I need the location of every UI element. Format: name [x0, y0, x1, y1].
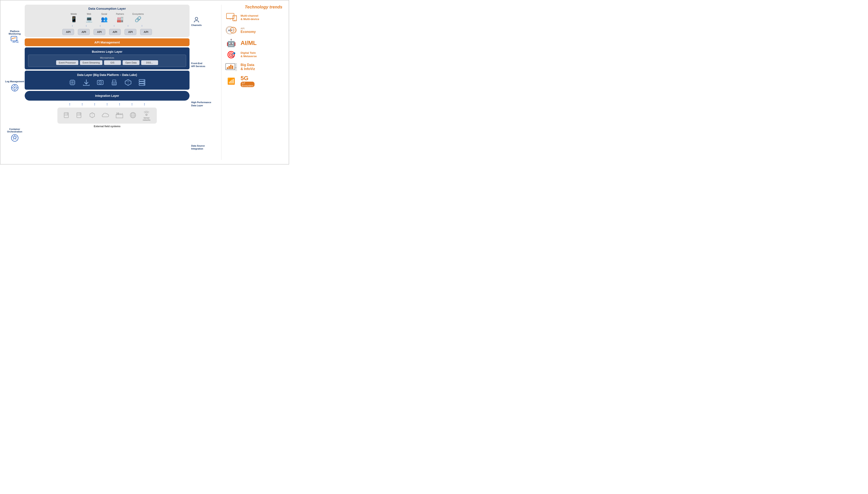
api-box-3: API — [93, 29, 105, 35]
api-box-6: API — [140, 29, 152, 35]
svg-point-51 — [80, 113, 80, 114]
ext-arrow-5: ↕ — [118, 102, 121, 106]
ms-gis: GIS — [104, 60, 121, 65]
api-box-1: API — [62, 29, 74, 35]
ext-arrow-6: ↕ — [131, 102, 133, 106]
sensor-networks: Sensornetworks — [143, 110, 150, 121]
data-layer: Data Layer (Big Data Platform – Data Lak… — [25, 71, 189, 90]
data-icon-download — [82, 79, 90, 87]
arrow-6: ↕ — [142, 24, 143, 27]
microservices-label: Microservices — [30, 57, 184, 59]
tech-trends-panel: Technology trends Multi-channel& Multi-d… — [221, 5, 284, 160]
external-arrows: ↕ ↕ ↕ ↕ ↕ ↕ ↕ — [69, 102, 145, 106]
data-icon-package — [124, 79, 132, 87]
consumption-layer-title: Data Consumption Layer — [88, 7, 126, 10]
svg-point-47 — [67, 114, 68, 115]
api-arrows: ↕ ↕ ↕ ↕ ↕ ↕ — [72, 24, 143, 27]
external-section: ↕ ↕ ↕ ↕ ↕ ↕ ↕ — [25, 102, 189, 128]
partners-icon: 🏭 — [117, 16, 124, 23]
svg-point-69 — [195, 17, 198, 20]
svg-rect-77 — [234, 20, 235, 21]
svg-point-46 — [67, 113, 68, 114]
svg-point-7 — [14, 87, 15, 88]
high-performance-label: High PerformanceData Layer — [191, 101, 211, 107]
arrow-5: ↕ — [127, 24, 129, 27]
business-logic-layer: Business Logic Layer Microservices Event… — [25, 48, 189, 70]
big-data-icon — [224, 62, 239, 72]
ext-icon-globe — [130, 112, 136, 119]
data-layer-title: Data Layer (Big Data Platform – Data Lak… — [28, 73, 186, 77]
left-labels-panel: Platform Monitoring Log Management — [5, 5, 25, 160]
svg-rect-84 — [230, 65, 232, 69]
svg-rect-31 — [112, 80, 116, 82]
arrow-1: ↕ — [72, 24, 73, 27]
tech-5g-iot: 📶 5G IoTEcosystem — [224, 75, 284, 87]
data-icons-row — [28, 79, 186, 87]
arrow-2: ↕ — [86, 24, 87, 27]
svg-rect-85 — [232, 65, 233, 69]
ext-icon-server2 — [76, 112, 83, 119]
tech-trends-title: Technology trends — [224, 5, 284, 10]
arrow-3: ↕ — [99, 24, 101, 27]
frontend-api-bracket: Front-EndAPI Services — [191, 56, 217, 73]
svg-rect-88 — [235, 63, 237, 71]
channel-web: Web 💻 — [86, 13, 92, 23]
platform-monitoring-label: Platform Monitoring — [5, 30, 25, 45]
data-source-label: Data SourceIntegration — [191, 144, 205, 150]
arrow-4: ↕ — [113, 24, 115, 27]
tech-multichannel: Multi-channel& Multi-device — [224, 13, 284, 23]
svg-point-42 — [144, 84, 145, 85]
data-icon-harddrive — [96, 79, 104, 87]
5g-iot-icon: 📶 — [224, 77, 239, 85]
ext-arrow-2: ↕ — [81, 102, 83, 106]
frontend-api-label: Front-EndAPI Services — [191, 62, 205, 68]
svg-marker-34 — [125, 79, 131, 86]
microservices-row: Event Processor Event Streaming GIS Open… — [30, 60, 184, 65]
ext-arrow-1: ↕ — [69, 102, 71, 106]
channel-mobile: Mobile 📱 — [71, 13, 77, 23]
high-perf-bracket: High PerformanceData Layer — [191, 91, 217, 117]
sensor-label: Sensornetworks — [143, 117, 150, 121]
svg-rect-0 — [11, 36, 17, 41]
api-box-4: API — [109, 29, 121, 35]
consumption-layer: Data Consumption Layer Mobile 📱 Web 💻 So… — [25, 5, 189, 37]
multichannel-icon — [224, 13, 239, 23]
api-box-5: API — [125, 29, 136, 35]
ext-arrow-4: ↕ — [106, 102, 108, 106]
ms-open-data: Open Data — [123, 60, 140, 65]
monitoring-icon — [11, 36, 19, 45]
svg-point-52 — [80, 114, 80, 115]
ms-dss: DSS... — [141, 60, 158, 65]
log-management-icon — [11, 83, 19, 93]
center-diagram: Data Consumption Layer Mobile 📱 Web 💻 So… — [25, 5, 189, 160]
web-icon: 💻 — [86, 16, 92, 23]
ext-arrow-3: ↕ — [94, 102, 96, 106]
container-orchestration-icon — [11, 134, 19, 143]
tech-aiml: 🤖 AI/ML — [224, 39, 284, 48]
business-logic-title: Business Logic Layer — [28, 50, 186, 53]
data-icon-server — [138, 79, 146, 87]
channel-partners: Partners 🏭 — [116, 13, 124, 23]
svg-rect-14 — [71, 81, 74, 84]
svg-rect-83 — [228, 66, 230, 69]
ext-icon-cube — [89, 112, 95, 119]
digital-twin-icon: 🎯 — [224, 51, 239, 59]
container-orchestration-label: Container Orchestration — [5, 128, 25, 143]
consumption-icons: Mobile 📱 Web 💻 Social 👥 Partners 🏭 Ecosy… — [71, 13, 144, 23]
svg-point-29 — [100, 82, 101, 83]
external-icons-row: Sensornetworks — [57, 108, 156, 124]
api-economy-icon: API — [224, 25, 239, 36]
tech-big-data: Big Data& InfoViz — [224, 62, 284, 72]
svg-point-41 — [144, 82, 145, 83]
svg-rect-82 — [227, 67, 228, 69]
ext-arrow-7: ↕ — [144, 102, 145, 106]
right-bracket-labels: Channels Front-EndAPI Services High Perf… — [189, 5, 219, 160]
api-management-bar: API Management — [25, 38, 189, 46]
microservices-container: Microservices Event Processor Event Stre… — [28, 55, 186, 67]
data-icon-chip — [69, 79, 76, 87]
data-source-bracket: Data SourceIntegration — [191, 135, 217, 160]
channel-ecosystems: Ecosystems 🔗 — [132, 13, 144, 23]
aiml-icon: 🤖 — [224, 39, 239, 48]
external-title: External field systems — [94, 125, 121, 128]
ms-event-streaming: Event Streaming — [80, 60, 102, 65]
